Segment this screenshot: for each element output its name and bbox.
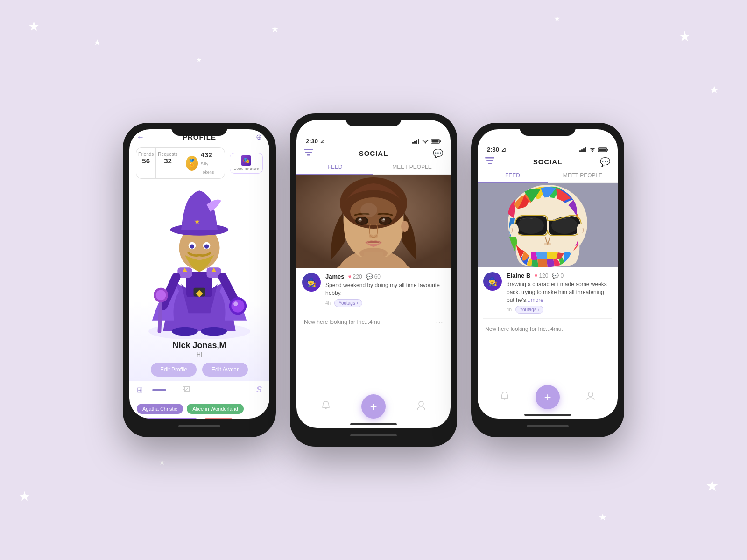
post-info-right: 🧙 Elaine B ♥ 120 💬 0 xyxy=(478,267,618,318)
phone-left: ← PROFILE ⊕ Friends 56 Requests 32 xyxy=(123,123,276,437)
settings-button[interactable]: ⊕ xyxy=(256,133,262,141)
tab-meet-people-center[interactable]: MEET PEOPLE xyxy=(374,160,451,174)
svg-rect-65 xyxy=(599,148,606,151)
filter-icon-center[interactable] xyxy=(304,149,313,158)
tab-grid-icon[interactable]: ⊞ xyxy=(137,385,143,394)
back-button[interactable]: ← xyxy=(137,133,144,141)
person-svg xyxy=(416,400,426,411)
svg-point-77 xyxy=(509,224,519,237)
decoration-star-9: ★ xyxy=(599,511,607,523)
decoration-star-2: ★ xyxy=(93,37,101,48)
home-indicator-center xyxy=(350,423,397,425)
post-likes-center: ♥ 220 xyxy=(348,273,362,280)
decoration-star-1: ★ xyxy=(28,19,40,34)
filter-icon-right[interactable] xyxy=(485,157,494,167)
friends-label: Friends xyxy=(138,152,154,157)
more-icon-right[interactable]: ⋯ xyxy=(603,324,610,333)
decoration-star-4: ★ xyxy=(554,14,560,23)
youtags-button-center[interactable]: Youtags › xyxy=(334,299,362,307)
bell-icon-right[interactable] xyxy=(500,391,510,404)
post-avatar-right: 🧙 xyxy=(483,272,502,291)
costume-store-icon: 🎭 xyxy=(241,155,251,166)
tab-image-icon[interactable]: 🖼 xyxy=(183,385,190,394)
svg-point-15 xyxy=(204,244,209,248)
tag-agatha-christie[interactable]: Agatha Christie xyxy=(137,404,183,414)
signal-icon-center xyxy=(412,139,420,144)
notch-right xyxy=(520,123,576,136)
tab-meet-people-right[interactable]: MEET PEOPLE xyxy=(548,168,618,182)
costume-store-button[interactable]: 🎭 Costume Store xyxy=(230,153,263,174)
post-meta-center: 4h Youtags › xyxy=(325,299,445,307)
heart-icon-right: ♥ xyxy=(534,273,537,279)
add-button-center[interactable]: + xyxy=(361,394,386,419)
svg-rect-27 xyxy=(414,141,416,144)
profile-buttons: Edit Profile Edit Avatar xyxy=(151,363,248,377)
tab-feed-right[interactable]: FEED xyxy=(478,168,548,183)
token-label: Silly Tokens xyxy=(201,161,214,175)
tag-anatomy[interactable]: Anatomy xyxy=(203,418,234,419)
post-info-center: 🧙 James ♥ 220 💬 60 xyxy=(296,268,451,312)
preview-text-right: New here looking for frie...4mu. xyxy=(485,326,563,332)
bell-icon-center[interactable] xyxy=(321,400,331,413)
svg-point-51 xyxy=(369,235,374,238)
add-button-right[interactable]: + xyxy=(536,385,560,409)
battery-icon-right xyxy=(598,147,608,152)
svg-point-80 xyxy=(588,392,593,397)
person-icon-center[interactable] xyxy=(416,400,426,413)
decoration-star-11: ★ xyxy=(196,56,202,63)
chat-icon-center[interactable]: 💬 xyxy=(433,148,443,159)
svg-point-14 xyxy=(190,244,194,248)
svg-point-76 xyxy=(547,243,551,245)
svg-point-50 xyxy=(383,218,385,220)
profile-screen: ← PROFILE ⊕ Friends 56 Requests 32 xyxy=(129,129,269,419)
preview-post-right: New here looking for frie...4mu. ⋯ xyxy=(478,319,618,339)
svg-point-49 xyxy=(359,218,362,220)
svg-line-17 xyxy=(159,299,161,331)
post-comments-right: 💬 0 xyxy=(552,273,564,279)
svg-text:★: ★ xyxy=(194,217,200,225)
comments-count-right: 0 xyxy=(560,273,564,279)
decoration-star-5: ★ xyxy=(678,28,691,44)
more-icon-center[interactable]: ⋯ xyxy=(436,318,443,327)
chat-icon-right[interactable]: 💬 xyxy=(600,157,610,167)
social-header-right: SOCIAL 💬 xyxy=(478,155,618,168)
home-indicator-right xyxy=(524,414,571,416)
user-name: Nick Jonas,M xyxy=(172,341,226,350)
tag-alice-wonderland[interactable]: Alice in Wonderland xyxy=(187,404,244,414)
comment-icon-center: 💬 xyxy=(366,273,373,280)
profile-stats: Friends 56 Requests 32 🏅 432 Silly Token… xyxy=(136,147,225,179)
svg-rect-36 xyxy=(307,154,310,156)
post-likes-right: ♥ 120 xyxy=(534,273,548,279)
tag-american-horror-story[interactable]: American Horror Story xyxy=(137,418,199,419)
status-time-center: 2:30 ⊿ xyxy=(306,138,325,145)
poster-name-center: James xyxy=(325,273,344,280)
svg-point-78 xyxy=(577,224,586,237)
post-text-more: ...more xyxy=(526,297,543,303)
token-info: 432 Silly Tokens xyxy=(201,151,219,175)
decoration-star-6: ★ xyxy=(710,84,719,96)
tokens-stat: 🏅 432 Silly Tokens xyxy=(180,148,225,178)
post-content-right: Elaine B ♥ 120 💬 0 drawing a charac xyxy=(507,272,612,314)
edit-avatar-button[interactable]: Edit Avatar xyxy=(202,363,248,377)
bottom-nav-center: + xyxy=(296,390,451,428)
tab-feed-center[interactable]: FEED xyxy=(296,160,374,175)
svg-point-19 xyxy=(156,290,166,300)
svg-rect-26 xyxy=(412,142,414,144)
post-time-right: 4h xyxy=(507,307,512,312)
svg-rect-34 xyxy=(304,149,313,150)
person-icon-right[interactable] xyxy=(585,391,596,404)
edit-profile-button[interactable]: Edit Profile xyxy=(151,363,197,377)
wifi-icon-center xyxy=(422,139,429,144)
svg-point-22 xyxy=(231,300,244,313)
post-avatar-center: 🧙 xyxy=(302,273,321,292)
social-tabs-center: FEED MEET PEOPLE xyxy=(296,160,451,175)
interest-tags: Agatha Christie Alice in Wonderland Amer… xyxy=(129,399,269,419)
svg-point-25 xyxy=(201,327,227,336)
svg-rect-32 xyxy=(432,140,439,142)
token-icon: 🏅 xyxy=(186,156,198,171)
svg-rect-33 xyxy=(440,140,441,142)
post-header-right: Elaine B ♥ 120 💬 0 xyxy=(507,272,612,279)
avatar-section: ★ xyxy=(129,182,269,381)
friends-stat: Friends 56 xyxy=(136,148,156,178)
youtags-button-right[interactable]: Youtags › xyxy=(515,306,543,314)
